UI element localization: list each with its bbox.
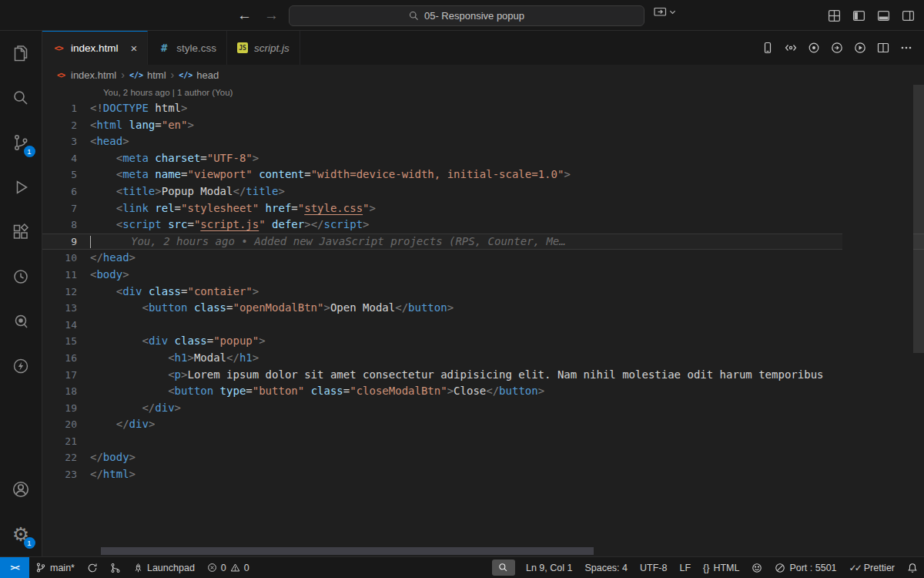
- remote-explorer-icon: [12, 267, 30, 286]
- more-actions-icon[interactable]: [900, 42, 912, 54]
- remote-indicator[interactable]: ><: [0, 557, 29, 578]
- code-line[interactable]: 6 <title>Popup Modal</title>: [42, 183, 924, 200]
- sidebar-item-remote-explorer[interactable]: [0, 254, 42, 299]
- magnifier-icon: [498, 563, 508, 573]
- settings-button[interactable]: ⚙ 1: [0, 512, 42, 556]
- indent-label: Spaces: 4: [584, 563, 628, 573]
- language-mode[interactable]: {} HTML: [697, 557, 745, 578]
- breadcrumb-file[interactable]: <> index.html: [55, 69, 116, 81]
- sync-button[interactable]: [81, 557, 104, 578]
- code-line[interactable]: 8 <script src="script.js" defer></script…: [42, 217, 924, 234]
- code-line[interactable]: 12 <div class="contaier">: [42, 284, 924, 301]
- launchpad-button[interactable]: Launchpad: [127, 557, 201, 578]
- code-line[interactable]: 1<!DOCTYPE html>: [42, 100, 924, 117]
- breadcrumb-label: html: [147, 69, 166, 81]
- code-runner-icon[interactable]: [854, 42, 866, 54]
- sidebar-item-source-control[interactable]: 1: [0, 120, 42, 165]
- gitlens-authors-lens[interactable]: You, 2 hours ago | 1 author (You): [42, 85, 924, 100]
- breadcrumb-separator: ›: [121, 69, 125, 81]
- tab-index-html[interactable]: <> index.html ×: [42, 31, 148, 65]
- code-line[interactable]: 13 <button class="openModalBtn">Open Mod…: [42, 300, 924, 317]
- indentation-indicator[interactable]: Spaces: 4: [578, 557, 634, 578]
- open-in-browser-icon[interactable]: [785, 42, 797, 54]
- toggle-secondary-sidebar-icon[interactable]: [902, 9, 915, 22]
- git-graph-button[interactable]: [104, 557, 127, 578]
- back-button[interactable]: ←: [237, 7, 252, 24]
- minimap-content: [845, 89, 913, 142]
- sidebar-item-explorer[interactable]: [0, 31, 42, 76]
- code-line[interactable]: 14: [42, 317, 924, 334]
- code-line[interactable]: 2<html lang="en">: [42, 117, 924, 134]
- sidebar-item-run-debug[interactable]: [0, 165, 42, 210]
- symbol-tag-icon: </>: [129, 71, 143, 79]
- cast-button[interactable]: [654, 6, 676, 18]
- eol-indicator[interactable]: LF: [673, 557, 697, 578]
- files-icon: [12, 44, 30, 62]
- vertical-scrollbar[interactable]: [913, 85, 924, 556]
- code-line[interactable]: 16 <h1>Modal</h1>: [42, 350, 924, 367]
- code-line[interactable]: 5 <meta name="viewport" content="width=d…: [42, 166, 924, 183]
- code-line[interactable]: 21: [42, 433, 924, 450]
- breadcrumb-html[interactable]: </> html: [129, 69, 166, 81]
- activity-bar: 1 ⚙ 1: [0, 31, 42, 556]
- tab-style-css[interactable]: # style.css: [148, 31, 227, 65]
- toggle-sidebar-icon[interactable]: [852, 9, 865, 22]
- code-line[interactable]: 23</html>: [42, 466, 924, 483]
- code-line[interactable]: 20 </div>: [42, 416, 924, 433]
- line-number: 19: [42, 400, 90, 417]
- line-number: 2: [42, 117, 90, 134]
- debug-icon: [12, 178, 30, 197]
- status-bar: >< main* Launchpad 0 0 Ln 9, Col 1 Space…: [0, 556, 924, 578]
- command-center-search[interactable]: 05- Responsive popup: [289, 5, 644, 26]
- account-button[interactable]: [0, 467, 42, 512]
- text-cursor: [90, 236, 91, 248]
- horizontal-scrollbar[interactable]: [42, 547, 842, 556]
- line-number: 10: [42, 250, 90, 267]
- open-preview-icon[interactable]: [762, 42, 774, 54]
- code-line[interactable]: 7 <link rel="stylesheet" href="style.css…: [42, 200, 924, 217]
- code-line[interactable]: 9You, 2 hours ago • Added new JavaScript…: [42, 234, 924, 250]
- code-line[interactable]: 3<head>: [42, 133, 924, 150]
- code-line[interactable]: 19 </div>: [42, 400, 924, 417]
- code-line[interactable]: 15 <div class="popup">: [42, 333, 924, 350]
- code-line[interactable]: 11<body>: [42, 267, 924, 284]
- settings-badge: 1: [24, 537, 35, 549]
- run-icon[interactable]: [831, 42, 843, 54]
- customize-layout-icon[interactable]: [828, 9, 841, 22]
- code-line[interactable]: 22</body>: [42, 449, 924, 466]
- chevron-down-icon: [669, 8, 676, 15]
- forward-button[interactable]: →: [264, 7, 279, 24]
- code-line[interactable]: 10</head>: [42, 250, 924, 267]
- minimap[interactable]: [842, 85, 913, 556]
- code-editor[interactable]: You, 2 hours ago | 1 author (You) 1<!DOC…: [42, 85, 924, 556]
- tab-label: index.html: [71, 42, 119, 54]
- sidebar-item-thunder-client[interactable]: [0, 344, 42, 388]
- formatter-indicator[interactable]: ✓✓ Prettier: [843, 557, 901, 578]
- live-server-port[interactable]: Port : 5501: [768, 557, 842, 578]
- gitlens-blame-icon[interactable]: [808, 42, 820, 54]
- code-line[interactable]: 18 <button type="button" class="closeMod…: [42, 383, 924, 400]
- zoom-indicator[interactable]: [492, 560, 515, 576]
- close-tab-icon[interactable]: ×: [131, 42, 138, 55]
- sidebar-item-extensions[interactable]: [0, 210, 42, 254]
- error-count: 0: [221, 563, 226, 573]
- split-editor-icon[interactable]: [877, 42, 889, 54]
- notifications-button[interactable]: [901, 557, 924, 578]
- branch-indicator[interactable]: main*: [29, 557, 81, 578]
- bell-icon: [907, 563, 918, 573]
- cursor-position[interactable]: Ln 9, Col 1: [520, 557, 578, 578]
- line-number: 22: [42, 449, 90, 466]
- problems-indicator[interactable]: 0 0: [201, 557, 256, 578]
- encoding-indicator[interactable]: UTF-8: [634, 557, 673, 578]
- vertical-scrollbar-thumb[interactable]: [913, 85, 924, 353]
- code-line[interactable]: 17 <p>Lorem ipsum dolor sit amet consect…: [42, 367, 924, 384]
- sidebar-item-gitlens[interactable]: [0, 299, 42, 344]
- toggle-panel-icon[interactable]: [877, 9, 890, 22]
- feedback-button[interactable]: [745, 557, 768, 578]
- code-line[interactable]: 4 <meta charset="UTF-8">: [42, 150, 924, 167]
- tab-script-js[interactable]: JS script.js: [227, 31, 300, 65]
- sidebar-item-search[interactable]: [0, 76, 42, 120]
- breadcrumb-head[interactable]: </> head: [179, 69, 219, 81]
- horizontal-scrollbar-thumb[interactable]: [101, 547, 594, 555]
- tab-label: script.js: [254, 42, 290, 54]
